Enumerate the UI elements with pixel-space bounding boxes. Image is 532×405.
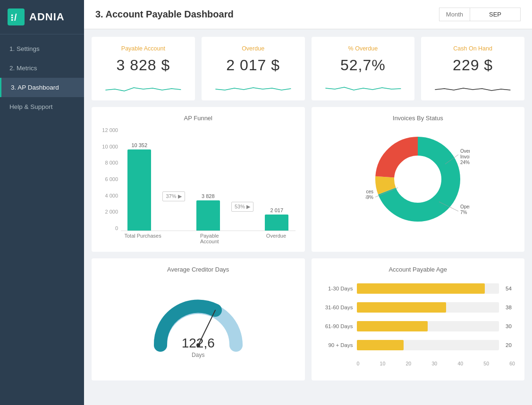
kpi-label-pct-overdue: % Overdue [348, 45, 378, 52]
hbar-val-1: 54 [506, 286, 515, 291]
kpi-value-pct-overdue: 52,7% [340, 57, 386, 74]
avg-creditor-card: Average Creditor Days 122,6 Days [92, 258, 305, 380]
x-label-overdue: Overdue [257, 231, 295, 244]
kpi-value-payable: 3 828 $ [116, 57, 170, 74]
hbar-track-3 [357, 321, 499, 331]
ap-age-title: Account Payable Age [321, 266, 515, 273]
hbar-label-3: 61-90 Days [321, 323, 353, 329]
hbar-row-2: 31-60 Days 38 [321, 302, 515, 313]
kpi-label-cash: Cash On Hand [453, 45, 492, 52]
bar-fill-payable [196, 200, 220, 231]
hbar-row-4: 90 + Days 20 [321, 340, 515, 350]
hbar-row-3: 61-90 Days 30 [321, 321, 515, 331]
hbar-x-axis: 0 10 20 30 40 50 60 [357, 359, 515, 366]
charts-row-2: Average Creditor Days 122,6 Days [92, 258, 524, 380]
avg-creditor-title: Average Creditor Days [101, 266, 296, 273]
hbar-fill-2 [357, 302, 447, 313]
arrow-badge-1: 37% ▶ [162, 191, 185, 201]
bar-total-purchases: 10 352 [121, 142, 158, 231]
hbar-track-2 [357, 302, 499, 313]
donut-chart-container: Paid Invoices 69% Open Invoices 7% Overd… [321, 127, 515, 231]
overdue-label2: Invoices [460, 154, 470, 159]
ap-funnel-title: AP Funnel [101, 115, 296, 122]
bar-overdue: 2 017 [258, 207, 295, 231]
logo-area: ⫶/ ADNIA [0, 0, 84, 34]
open-pct: 7% [460, 210, 467, 215]
hbar-container: 1-30 Days 54 31-60 Days 38 [321, 279, 515, 371]
paid-pct: 69% [366, 195, 373, 200]
arrow-badge-2: 53% ▶ [231, 202, 253, 212]
sidebar-item-ap-dashboard[interactable]: 3. AP Dashboard [0, 78, 84, 97]
donut-hole [395, 157, 440, 202]
kpi-card-payable-account: Payable Account 3 828 $ [92, 37, 195, 100]
paid-label: Paid Invoices [366, 189, 373, 194]
bar-fill-total [127, 149, 151, 231]
month-selector[interactable]: Month SEP [439, 8, 521, 21]
month-value: SEP [470, 8, 521, 21]
sidebar-nav: 1. Settings 2. Metrics 3. AP Dashboard H… [0, 34, 84, 405]
hbar-val-4: 20 [506, 342, 515, 348]
sparkline-cash [431, 81, 515, 95]
invoices-status-card: Invoices By Status Paid Invoices 69% [312, 107, 525, 252]
x-label-total: Total Purchases [124, 231, 162, 244]
x-label-payable: Payable Account [190, 231, 228, 244]
sidebar-item-help[interactable]: Help & Support [0, 97, 84, 116]
page-title: 3. Account Payable Dashboard [95, 9, 234, 20]
donut-chart: Paid Invoices 69% Open Invoices 7% Overd… [366, 132, 470, 226]
ap-funnel-card: AP Funnel 12 000 10 000 8 000 6 000 4 00… [92, 107, 305, 252]
gauge-value-container: 122,6 Days [182, 345, 215, 358]
hbar-fill-4 [357, 340, 404, 350]
dashboard-content: Payable Account 3 828 $ Overdue 2 017 $ … [84, 29, 532, 388]
sidebar: ⫶/ ADNIA 1. Settings 2. Metrics 3. AP Da… [0, 0, 84, 405]
hbar-fill-3 [357, 321, 428, 331]
kpi-card-cash-on-hand: Cash On Hand 229 $ [421, 37, 524, 100]
hbar-fill-1 [357, 283, 485, 294]
main-content: 3. Account Payable Dashboard Month SEP P… [84, 0, 532, 405]
top-bar: 3. Account Payable Dashboard Month SEP [84, 0, 532, 29]
bar-val-overdue: 2 017 [270, 207, 284, 213]
bar-payable-account: 3 828 [190, 193, 227, 231]
invoices-title: Invoices By Status [321, 115, 515, 122]
kpi-value-cash: 229 $ [453, 57, 493, 74]
hbar-row-1: 1-30 Days 54 [321, 283, 515, 294]
bar-val-total: 10 352 [131, 142, 147, 148]
bar-fill-overdue [265, 215, 288, 231]
hbar-val-3: 30 [506, 323, 515, 329]
ap-funnel-x-labels: Total Purchases Payable Account Overdue [124, 231, 296, 244]
sidebar-item-metrics[interactable]: 2. Metrics [0, 58, 84, 78]
ap-age-card: Account Payable Age 1-30 Days 54 31-60 D… [312, 258, 525, 380]
sparkline-overdue [211, 81, 296, 95]
sidebar-item-settings[interactable]: 1. Settings [0, 39, 84, 58]
hbar-track-4 [357, 340, 499, 350]
overdue-label: Overdue [460, 149, 470, 154]
gauge-container: 122,6 Days [101, 279, 296, 373]
svg-text:⫶/: ⫶/ [9, 12, 17, 23]
month-label: Month [439, 8, 470, 21]
kpi-value-overdue: 2 017 $ [226, 57, 280, 74]
kpi-label-overdue: Overdue [242, 45, 264, 52]
sparkline-payable [101, 81, 186, 95]
adnia-logo-icon: ⫶/ [8, 8, 25, 25]
hbar-val-2: 38 [506, 305, 515, 310]
gauge-unit: Days [182, 352, 215, 358]
kpi-label-payable: Payable Account [121, 45, 165, 52]
hbar-label-2: 31-60 Days [321, 305, 353, 310]
overdue-pct: 24% [460, 160, 470, 165]
kpi-row: Payable Account 3 828 $ Overdue 2 017 $ … [92, 37, 524, 100]
sparkline-pct-overdue [321, 81, 405, 95]
hbar-track-1 [357, 283, 499, 294]
kpi-card-overdue: Overdue 2 017 $ [202, 37, 305, 100]
charts-row-1: AP Funnel 12 000 10 000 8 000 6 000 4 00… [92, 107, 524, 252]
bar-val-payable: 3 828 [202, 193, 215, 199]
gauge-value: 122,6 [182, 336, 215, 351]
hbar-label-1: 1-30 Days [321, 286, 353, 291]
open-label: Open Invoices [460, 204, 470, 209]
ap-funnel-y-axis: 12 000 10 000 8 000 6 000 4 000 2 000 0 [101, 127, 121, 231]
hbar-label-4: 90 + Days [321, 342, 353, 348]
kpi-card-pct-overdue: % Overdue 52,7% [312, 37, 415, 100]
logo-text: ADNIA [29, 11, 65, 23]
